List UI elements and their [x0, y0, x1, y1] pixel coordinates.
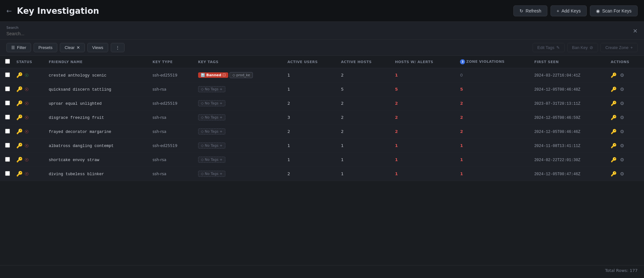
row-checkbox[interactable] [5, 101, 10, 105]
table-row: 🔑 ☉ crested anthology scenicssh-ed25519🔙… [0, 68, 644, 82]
no-tags-tag[interactable]: ◇ No Tags + [198, 171, 225, 177]
add-keys-button[interactable]: + Add Keys [551, 5, 587, 16]
col-friendly-name: FRIENDLY NAME [45, 56, 149, 68]
active-users-count: 1 [287, 143, 290, 148]
table-row: 🔑 ☉ uproar equal unlightedssh-ed25519◇ N… [0, 96, 644, 110]
filter-button[interactable]: ☰ Filter [6, 43, 31, 52]
header: ← Key Investigation ↻ Refresh + Add Keys… [0, 0, 644, 22]
network-action-icon[interactable]: ⚙ [620, 86, 624, 92]
scan-keys-button[interactable]: ◉ Scan For Keys [590, 5, 638, 16]
zone-violations-count: 0 [460, 73, 463, 78]
no-tags-tag[interactable]: ◇ No Tags + [198, 100, 225, 106]
key-action-icon[interactable]: 🔑 [611, 129, 617, 135]
row-checkbox[interactable] [5, 157, 10, 162]
views-button[interactable]: Views [87, 43, 108, 52]
row-checkbox[interactable] [5, 171, 10, 176]
active-hosts-count: 2 [341, 129, 343, 134]
actions-cell: 🔑 ⚙ [611, 115, 641, 120]
first-seen-date: 2024-12-05T00:46:59Z [534, 116, 580, 120]
no-tags-tag[interactable]: ◇ No Tags + [198, 128, 225, 135]
network-action-icon[interactable]: ⚙ [620, 171, 624, 177]
network-action-icon[interactable]: ⚙ [620, 129, 624, 135]
zone-violations-count: 2 [460, 101, 463, 106]
row-checkbox[interactable] [5, 86, 10, 91]
row-checkbox[interactable] [5, 129, 10, 134]
clear-button[interactable]: Clear ✕ [60, 43, 85, 52]
table-body: 🔑 ☉ crested anthology scenicssh-ed25519🔙… [0, 68, 644, 181]
refresh-icon: ↻ [519, 8, 523, 13]
search-input[interactable] [6, 31, 638, 36]
back-button[interactable]: ← [6, 7, 12, 15]
active-hosts-count: 2 [341, 115, 343, 120]
key-action-icon[interactable]: 🔑 [611, 143, 617, 149]
key-type: ssh-rsa [153, 87, 166, 92]
active-hosts-count: 5 [341, 87, 343, 92]
status-cell: 🔑 ☉ [16, 171, 42, 177]
select-all-checkbox[interactable] [5, 59, 10, 64]
friendly-name: disgrace freezing fruit [49, 116, 104, 120]
banned-tag: 🔙 Banned ☐ [198, 72, 228, 78]
col-key-type: KEY TYPE [149, 56, 195, 68]
key-action-icon[interactable]: 🔑 [611, 72, 617, 78]
ban-key-button[interactable]: Ban Key ⊘ [567, 43, 598, 52]
toolbar-right: Edit Tags ✎ Ban Key ⊘ Create Zone + [533, 43, 638, 52]
close-icon[interactable]: ✕ [633, 27, 638, 34]
key-icon: 🔑 [16, 171, 23, 177]
key-action-icon[interactable]: 🔑 [611, 101, 617, 106]
table-row: 🔑 ☉ shortcake envoy strawssh-rsa◇ No Tag… [0, 153, 644, 167]
no-tags-tag[interactable]: ◇ No Tags + [198, 114, 225, 120]
row-checkbox[interactable] [5, 115, 10, 119]
no-tags-tag[interactable]: ◇ No Tags + [198, 157, 225, 163]
friendly-name: frayed decorator margarine [49, 130, 111, 134]
col-zone-violations[interactable]: 3ZONE VIOLATIONS [457, 56, 531, 68]
status-cell: 🔑 ☉ [16, 128, 42, 135]
friendly-name: albatross dangling contempt [49, 144, 114, 148]
col-active-hosts: ACTIVE HOSTS [338, 56, 392, 68]
key-action-icon[interactable]: 🔑 [611, 157, 617, 163]
active-hosts-count: 2 [341, 101, 343, 106]
keys-table: STATUS FRIENDLY NAME KEY TYPE KEY TAGS A… [0, 56, 644, 181]
first-seen-date: 2024-03-22T16:04:41Z [534, 73, 580, 78]
search-bar: Search ✕ [0, 22, 644, 40]
network-action-icon[interactable]: ⚙ [620, 115, 624, 120]
refresh-button[interactable]: ↻ Refresh [513, 5, 547, 16]
hosts-alerts-count: 2 [395, 101, 398, 106]
hosts-alerts-count: 1 [395, 171, 398, 176]
table-container: STATUS FRIENDLY NAME KEY TYPE KEY TAGS A… [0, 56, 644, 265]
hosts-alerts-count: 2 [395, 129, 398, 134]
actions-cell: 🔑 ⚙ [611, 129, 641, 135]
network-action-icon[interactable]: ⚙ [620, 101, 624, 106]
col-actions: ACTIONS [608, 56, 644, 68]
more-icon: ⋮ [116, 45, 120, 50]
network-action-icon[interactable]: ⚙ [620, 72, 624, 78]
row-checkbox[interactable] [5, 72, 10, 77]
key-type: ssh-rsa [153, 158, 166, 162]
key-action-icon[interactable]: 🔑 [611, 86, 617, 92]
zone-violations-count: 1 [460, 171, 463, 176]
friendly-name: quicksand discern tattling [49, 87, 111, 92]
first-seen-date: 2024-12-05T00:46:48Z [534, 87, 580, 92]
zone-violations-count: 2 [460, 115, 463, 120]
table-row: 🔑 ☉ disgrace freezing fruitssh-rsa◇ No T… [0, 110, 644, 125]
network-action-icon[interactable]: ⚙ [620, 157, 624, 163]
active-users-count: 2 [287, 101, 290, 106]
no-tags-tag[interactable]: ◇ No Tags + [198, 86, 225, 92]
key-action-icon[interactable]: 🔑 [611, 171, 617, 177]
page-title: Key Investigation [17, 6, 513, 16]
status-cell: 🔑 ☉ [16, 86, 42, 92]
actions-cell: 🔑 ⚙ [611, 143, 641, 149]
no-tags-tag[interactable]: ◇ No Tags + [198, 143, 225, 149]
row-checkbox[interactable] [5, 143, 10, 148]
key-action-icon[interactable]: 🔑 [611, 115, 617, 120]
key-type: ssh-rsa [153, 115, 166, 120]
active-users-count: 3 [287, 115, 290, 120]
hosts-alerts-count: 1 [395, 157, 398, 162]
shield-alert-icon: ☉ [25, 157, 29, 162]
key-type: ssh-ed25519 [153, 143, 178, 148]
more-button[interactable]: ⋮ [111, 43, 125, 52]
edit-tags-button[interactable]: Edit Tags ✎ [533, 43, 565, 52]
table-header-row: STATUS FRIENDLY NAME KEY TYPE KEY TAGS A… [0, 56, 644, 68]
create-zone-button[interactable]: Create Zone + [600, 43, 638, 52]
network-action-icon[interactable]: ⚙ [620, 143, 624, 149]
presets-button[interactable]: Presets [34, 43, 57, 52]
